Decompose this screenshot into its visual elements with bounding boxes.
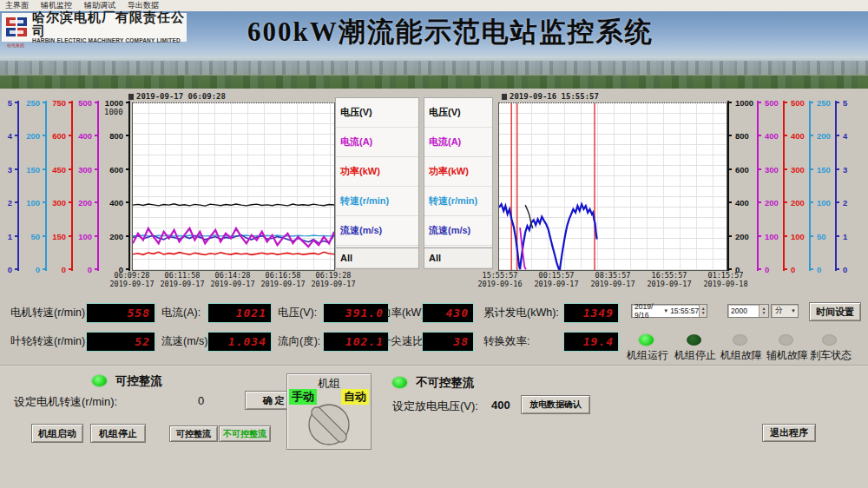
legend-item-1[interactable]: 电流(A) — [336, 128, 418, 157]
axis-tick — [727, 268, 732, 270]
axis-tick-label: 0 — [843, 265, 847, 274]
readout-label: 叶轮转速(r/min): — [10, 333, 89, 351]
y-axis-250: 250200150100500 — [809, 102, 832, 269]
axis-tick — [809, 168, 813, 170]
y-axis-250: 250200150100500 — [23, 102, 47, 269]
mode-knob-icon[interactable] — [303, 403, 355, 446]
x-tick-label: 06:14:282019-09-17 — [210, 272, 254, 289]
axis-tick-label: 100 — [78, 231, 92, 241]
control-section: 可控整流 设定电机转速(r/min): 0 确 定 机组启动 机组停止 可控整流… — [0, 366, 868, 488]
legend-item-2[interactable]: 功率(kW) — [424, 157, 492, 187]
axis-tick — [69, 102, 73, 103]
axis-tick-label: 600 — [109, 164, 123, 174]
axis-tick-label: 300 — [791, 164, 805, 174]
axis-tick-label: 0 — [88, 265, 92, 274]
axis-tick-label: 150 — [817, 164, 831, 174]
axis-tick — [727, 201, 732, 203]
legend-item-1[interactable]: 电流(A) — [424, 128, 492, 157]
axis-tick — [43, 268, 47, 270]
x-tick-label: 06:19:282019-09-17 — [311, 272, 355, 289]
x-tick-label: 16:55:572019-09-17 — [647, 272, 691, 289]
axis-tick — [15, 135, 19, 136]
legend-item-0[interactable]: 电压(V) — [336, 98, 418, 128]
legend-item-2[interactable]: 功率(kW) — [336, 157, 418, 187]
legend-item-4[interactable]: 流速(m/s) — [424, 216, 492, 246]
axis-tick — [727, 235, 732, 237]
set-discharge-value[interactable]: 400 — [491, 399, 510, 412]
axis-tick — [727, 168, 732, 170]
set-discharge-label: 设定放电电压(V): — [392, 399, 478, 414]
status-led-label-2: 机组故障 — [720, 348, 762, 363]
axis-tick-label: 200 — [109, 231, 123, 241]
readout-display: 52 — [87, 333, 155, 351]
legend-item-0[interactable]: 电压(V) — [424, 98, 492, 128]
axis-tick — [783, 102, 787, 103]
right-trend-plot[interactable] — [498, 102, 727, 271]
unit-start-button[interactable]: 机组启动 — [31, 424, 83, 443]
axis-tick-label: 1000 — [735, 98, 753, 108]
legend-item-3[interactable]: 转速(r/min) — [424, 187, 492, 216]
readout-display: 430 — [423, 304, 473, 322]
status-led-label-0: 机组运行 — [627, 348, 668, 363]
axis-tick-label: 200 — [78, 198, 92, 208]
duration-input[interactable]: 2000 ▲▼ — [727, 304, 769, 318]
readout-label: 流速(m/s): — [161, 333, 211, 351]
axis-tick-label: 800 — [735, 131, 749, 141]
readout-label: 累计发电(kWh): — [483, 304, 559, 322]
legend-item-3[interactable]: 转速(r/min) — [336, 187, 418, 216]
x-tick-label: 00:15:572019-09-17 — [534, 272, 578, 289]
readout-label: 电流(A): — [161, 304, 201, 322]
axis-tick-label: 1 — [843, 231, 847, 241]
page-title: 600kW潮流能示范电站监控系统 — [247, 14, 654, 50]
status-led-2 — [733, 334, 747, 346]
axis-tick-label: 450 — [52, 164, 66, 174]
left-trend-plot[interactable] — [132, 102, 335, 271]
history-date-picker[interactable]: 2019/ 9/16 ▼ 15:55:57 ▲▼ — [631, 304, 707, 318]
company-name-en: HARBIN ELECTRIC MACHINERY COMPANY LIMITE… — [32, 38, 187, 44]
axis-tick-label: 0 — [817, 265, 821, 274]
uncontrollable-rectify-button[interactable]: 不可控整流 — [219, 425, 271, 442]
axis-tick-label: 400 — [109, 198, 123, 208]
axis-tick — [126, 268, 130, 270]
chevron-down-icon[interactable]: ▼ — [663, 308, 668, 313]
axis-line — [783, 101, 785, 271]
axis-tick — [69, 268, 73, 270]
exit-program-button[interactable]: 退出程序 — [762, 424, 816, 442]
chevron-down-icon[interactable]: ▼ — [791, 308, 796, 313]
axis-tick-label: 300 — [52, 198, 66, 208]
x-tick-label: 06:11:582019-09-17 — [160, 272, 204, 289]
readout-display: 19.4 — [564, 333, 618, 351]
axis-tick — [15, 268, 19, 270]
readout-display: 1349 — [564, 304, 618, 322]
axis-tick — [43, 135, 47, 136]
axis-line — [45, 101, 47, 271]
unit-stop-button[interactable]: 机组停止 — [90, 424, 146, 443]
menu-item-0[interactable]: 主界面 — [5, 0, 29, 11]
voltage-series-line — [133, 204, 334, 206]
duration-unit-select[interactable]: 分 ▼ — [771, 304, 799, 318]
discharge-confirm-button[interactable]: 放电数据确认 — [521, 395, 590, 414]
controllable-rectify-button[interactable]: 可控整流 — [169, 425, 218, 442]
time-set-button[interactable]: 时间设置 — [809, 302, 861, 321]
axis-tick-label: 0 — [791, 265, 795, 274]
y-axis-500: 5004003002001000 — [76, 102, 99, 269]
controllable-rectify-led — [92, 375, 107, 386]
legend-item-5[interactable]: All — [424, 247, 492, 268]
x-tick-label: 08:35:572019-09-17 — [590, 272, 635, 289]
status-led-3 — [779, 334, 793, 346]
axis-tick — [757, 201, 761, 203]
axis-tick — [69, 235, 73, 237]
legend-item-4[interactable]: 流速(m/s) — [336, 216, 418, 246]
y-axis-750: 7506004503001500 — [50, 102, 73, 269]
axis-tick-label: 200 — [765, 198, 779, 208]
left-chart-timestamp: 2019-09-17 06:09:28 — [128, 92, 226, 101]
axis-tick-label: 100 — [817, 198, 831, 208]
axis-tick-label: 400 — [765, 131, 779, 141]
legend-item-5[interactable]: All — [336, 247, 418, 268]
set-motor-speed-value[interactable]: 0 — [198, 394, 204, 407]
scada-window: 主界面辅机监控辅助调试导出数据 哈电集团 哈尔滨电机厂有限责任公司 HARBIN… — [0, 0, 868, 488]
duration-spinner[interactable]: ▲▼ — [759, 305, 768, 317]
time-spinner[interactable]: ▲▼ — [699, 305, 707, 317]
axis-tick-label: 500 — [78, 98, 92, 108]
axis-tick — [69, 135, 73, 136]
